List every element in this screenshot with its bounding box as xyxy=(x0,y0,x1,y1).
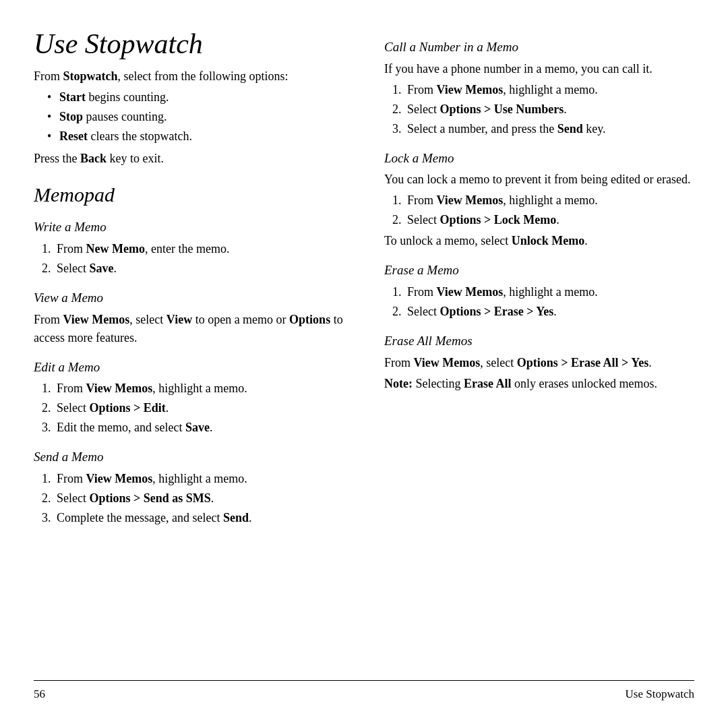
send-memo-step3: Complete the message, and select Send. xyxy=(54,509,344,527)
content-area: Use Stopwatch From Stopwatch, select fro… xyxy=(34,27,694,673)
lock-memo-intro: You can lock a memo to prevent it from b… xyxy=(384,171,694,189)
bullet-stop: Stop pauses counting. xyxy=(47,108,344,126)
erase-all-note: Note: Selecting Erase All only erases un… xyxy=(384,375,694,393)
edit-memo-list: From View Memos, highlight a memo. Selec… xyxy=(34,380,344,437)
view-memo-text: From View Memos, select View to open a m… xyxy=(34,311,344,347)
send-memo-step1: From View Memos, highlight a memo. xyxy=(54,470,344,488)
lock-memo-list: From View Memos, highlight a memo. Selec… xyxy=(384,191,694,229)
call-number-step3: Select a number, and press the Send key. xyxy=(404,120,694,138)
write-memo-step1: From New Memo, enter the memo. xyxy=(54,240,344,258)
call-number-step1: From View Memos, highlight a memo. xyxy=(404,81,694,99)
unlock-memo-text: To unlock a memo, select Unlock Memo. xyxy=(384,232,694,250)
erase-memo-list: From View Memos, highlight a memo. Selec… xyxy=(384,283,694,321)
call-number-list: From View Memos, highlight a memo. Selec… xyxy=(384,81,694,138)
edit-memo-step3: Edit the memo, and select Save. xyxy=(54,419,344,437)
stopwatch-bullets: Start begins counting. Stop pauses count… xyxy=(34,88,344,146)
lock-memo-step1: From View Memos, highlight a memo. xyxy=(404,191,694,210)
bullet-start: Start begins counting. xyxy=(47,88,344,107)
memopad-title: Memopad xyxy=(34,183,344,207)
back-key-text: Press the Back key to exit. xyxy=(34,150,344,168)
call-number-step2: Select Options > Use Numbers. xyxy=(404,100,694,119)
erase-memo-step2: Select Options > Erase > Yes. xyxy=(404,303,694,321)
write-memo-title: Write a Memo xyxy=(34,219,344,236)
edit-memo-title: Edit a Memo xyxy=(34,359,344,376)
view-memo-title: View a Memo xyxy=(34,290,344,307)
bullet-reset: Reset clears the stopwatch. xyxy=(47,127,344,146)
call-number-title: Call a Number in a Memo xyxy=(384,39,694,56)
edit-memo-step2: Select Options > Edit. xyxy=(54,399,344,417)
edit-memo-step1: From View Memos, highlight a memo. xyxy=(54,380,344,398)
footer-page-number: 56 xyxy=(34,688,45,701)
stopwatch-intro: From Stopwatch, select from the followin… xyxy=(34,67,344,86)
erase-memo-step1: From View Memos, highlight a memo. xyxy=(404,283,694,301)
stopwatch-title: Use Stopwatch xyxy=(34,27,344,61)
footer-section-title: Use Stopwatch xyxy=(626,688,694,701)
lock-memo-step2: Select Options > Lock Memo. xyxy=(404,211,694,229)
page-footer: 56 Use Stopwatch xyxy=(34,680,694,701)
erase-memo-title: Erase a Memo xyxy=(384,262,694,279)
lock-memo-title: Lock a Memo xyxy=(384,150,694,167)
write-memo-step2: Select Save. xyxy=(54,260,344,278)
erase-all-title: Erase All Memos xyxy=(384,333,694,350)
right-column: Call a Number in a Memo If you have a ph… xyxy=(377,27,694,673)
send-memo-step2: Select Options > Send as SMS. xyxy=(54,489,344,508)
call-number-intro: If you have a phone number in a memo, yo… xyxy=(384,60,694,78)
erase-all-text: From View Memos, select Options > Erase … xyxy=(384,354,694,372)
send-memo-list: From View Memos, highlight a memo. Selec… xyxy=(34,470,344,527)
page: Use Stopwatch From Stopwatch, select fro… xyxy=(0,0,728,728)
left-column: Use Stopwatch From Stopwatch, select fro… xyxy=(34,27,351,673)
write-memo-list: From New Memo, enter the memo. Select Sa… xyxy=(34,240,344,278)
send-memo-title: Send a Memo xyxy=(34,449,344,466)
